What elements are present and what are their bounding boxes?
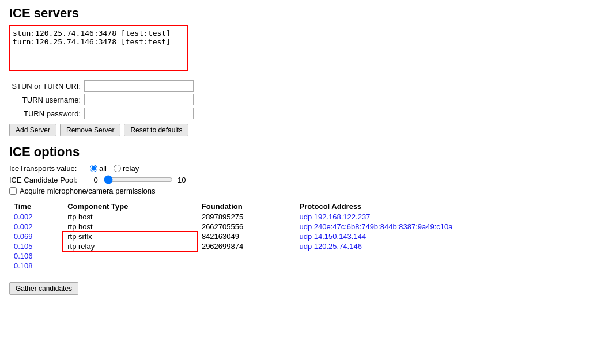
cell-foundation: 2662705556	[197, 222, 295, 232]
turn-username-input[interactable]	[84, 94, 194, 105]
radio-all-text: all	[99, 164, 107, 173]
cell-type: rtp host	[63, 222, 197, 232]
cell-time: 0.069	[9, 232, 63, 241]
ice-transports-label: IceTransports value:	[9, 164, 90, 173]
cell-type: rtp srflx	[63, 232, 197, 241]
acquire-permissions-checkbox[interactable]	[9, 187, 17, 195]
table-row: 0.106	[9, 251, 607, 261]
radio-relay-label[interactable]: relay	[114, 164, 139, 173]
col-component-type-header: Component Type	[63, 201, 197, 212]
cell-foundation: 2962699874	[197, 241, 295, 251]
table-row: 0.002rtp host2897895275udp 192.168.122.2…	[9, 212, 607, 222]
servers-textarea-wrapper: stun:120.25.74.146:3478 [test:test] turn…	[9, 25, 194, 75]
stun-turn-uri-input[interactable]	[84, 80, 194, 92]
cell-type	[63, 251, 197, 261]
radio-all-label[interactable]: all	[90, 164, 107, 173]
stun-turn-uri-label: STUN or TURN URI:	[9, 82, 84, 90]
pool-value-display: 0	[90, 176, 101, 184]
turn-username-label: TURN username:	[9, 96, 84, 104]
cell-time: 0.106	[9, 251, 63, 261]
cell-time: 0.002	[9, 212, 63, 222]
cell-address: udp 192.168.122.237	[294, 212, 607, 222]
cell-type	[63, 261, 197, 271]
cell-time: 0.108	[9, 261, 63, 271]
pool-slider[interactable]	[104, 175, 173, 184]
cell-foundation: 842163049	[197, 232, 295, 241]
candidates-table: Time Component Type Foundation Protocol …	[9, 201, 607, 271]
ice-transports-row: IceTransports value: all relay	[9, 164, 607, 173]
table-row: 0.069rtp srflx842163049udp 14.150.143.14…	[9, 232, 607, 241]
pool-slider-wrapper: 0 10	[90, 175, 186, 184]
cell-type: rtp relay	[63, 241, 197, 251]
ice-servers-title: ICE servers	[9, 6, 607, 21]
cell-address: udp 120.25.74.146	[294, 241, 607, 251]
servers-textarea[interactable]: stun:120.25.74.146:3478 [test:test] turn…	[9, 25, 188, 71]
table-row: 0.002rtp host2662705556udp 240e:47c:6b8:…	[9, 222, 607, 232]
col-time-header: Time	[9, 201, 63, 212]
ice-transports-radio-group: all relay	[90, 164, 139, 173]
cell-address: udp 14.150.143.144	[294, 232, 607, 241]
table-row: 0.105rtp relay2962699874udp 120.25.74.14…	[9, 241, 607, 251]
reset-defaults-button[interactable]: Reset to defaults	[124, 124, 188, 136]
server-buttons-row: Add Server Remove Server Reset to defaul…	[9, 124, 607, 136]
ice-options-title: ICE options	[9, 145, 607, 160]
turn-password-label: TURN password:	[9, 109, 84, 118]
turn-password-row: TURN password:	[9, 108, 607, 119]
cell-address	[294, 261, 607, 271]
radio-all-input[interactable]	[90, 165, 97, 172]
cell-address: udp 240e:47c:6b8:749b:844b:8387:9a49:c10…	[294, 222, 607, 232]
radio-relay-input[interactable]	[114, 165, 121, 172]
pool-max-label: 10	[177, 176, 186, 184]
stun-turn-uri-row: STUN or TURN URI:	[9, 80, 607, 92]
acquire-permissions-label: Acquire microphone/camera permissions	[20, 187, 156, 195]
cell-time: 0.002	[9, 222, 63, 232]
turn-password-input[interactable]	[84, 108, 194, 119]
gather-candidates-button[interactable]: Gather candidates	[9, 282, 78, 295]
gather-section: Gather candidates	[9, 276, 607, 295]
col-foundation-header: Foundation	[197, 201, 295, 212]
table-header-row: Time Component Type Foundation Protocol …	[9, 201, 607, 212]
ice-pool-label: ICE Candidate Pool:	[9, 176, 90, 184]
ice-pool-row: ICE Candidate Pool: 0 10	[9, 175, 607, 184]
col-protocol-address-header: Protocol Address	[294, 201, 607, 212]
add-server-button[interactable]: Add Server	[9, 124, 56, 136]
remove-server-button[interactable]: Remove Server	[60, 124, 120, 136]
cell-foundation: 2897895275	[197, 212, 295, 222]
turn-username-row: TURN username:	[9, 94, 607, 105]
table-row: 0.108	[9, 261, 607, 271]
cell-foundation	[197, 261, 295, 271]
cell-type: rtp host	[63, 212, 197, 222]
radio-relay-text: relay	[123, 164, 139, 173]
cell-address	[294, 251, 607, 261]
cell-foundation	[197, 251, 295, 261]
acquire-permissions-row: Acquire microphone/camera permissions	[9, 187, 607, 195]
cell-time: 0.105	[9, 241, 63, 251]
